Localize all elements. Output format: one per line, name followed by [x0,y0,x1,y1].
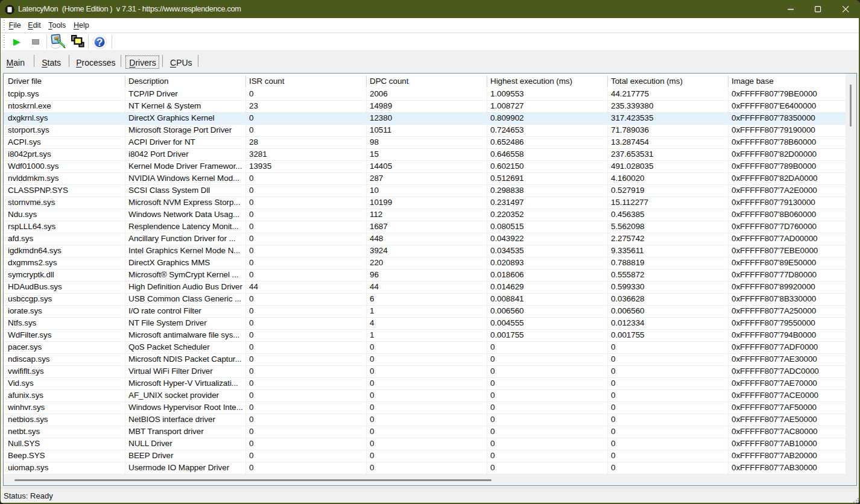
svg-text:?: ? [96,37,103,48]
